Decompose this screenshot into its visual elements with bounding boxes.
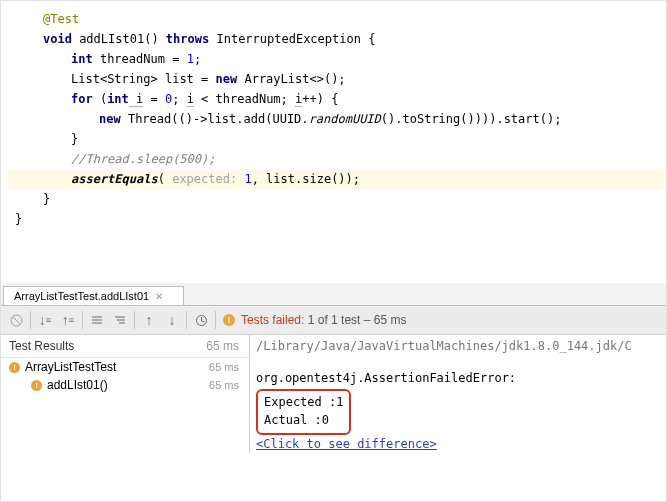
tree-row-method[interactable]: !addLIst01() 65 ms bbox=[1, 376, 249, 394]
code-line: void addLIst01() throws InterruptedExcep… bbox=[7, 29, 660, 49]
test-results-panel: Test Results 65 ms !ArrayListTestTest 65… bbox=[1, 335, 666, 453]
sort-down-icon[interactable]: ↓≡ bbox=[34, 309, 56, 331]
test-status: ! Tests failed: 1 of 1 test – 65 ms bbox=[223, 313, 406, 327]
status-count: 1 of 1 test – 65 ms bbox=[304, 313, 406, 327]
console-error-class: org.opentest4j.AssertionFailedError: bbox=[256, 369, 660, 387]
tree-node-time: 65 ms bbox=[209, 361, 239, 373]
expected-line: Expected :1 bbox=[264, 393, 343, 411]
code-line: int threadNum = 1; bbox=[7, 49, 660, 69]
code-line: } bbox=[7, 209, 660, 229]
next-failed-icon[interactable]: ↓ bbox=[161, 309, 183, 331]
code-line: } bbox=[7, 189, 660, 209]
run-tab[interactable]: ArrayListTestTest.addLIst01 ✕ bbox=[3, 286, 184, 305]
separator bbox=[186, 311, 187, 329]
code-line: for (int i = 0; i < threadNum; i++) { bbox=[7, 89, 660, 109]
tree-node-label: addLIst01() bbox=[47, 378, 108, 392]
collapse-all-icon[interactable] bbox=[109, 309, 131, 331]
highlighted-line: assertEquals( expected: 1, list.size()); bbox=[7, 169, 667, 189]
tree-row-class[interactable]: !ArrayListTestTest 65 ms bbox=[1, 358, 249, 376]
separator bbox=[82, 311, 83, 329]
separator bbox=[215, 311, 216, 329]
close-icon[interactable]: ✕ bbox=[155, 291, 163, 302]
console-path: /Library/Java/JavaVirtualMachines/jdk1.8… bbox=[256, 337, 660, 355]
run-tab-label: ArrayListTestTest.addLIst01 bbox=[14, 290, 149, 302]
code-line: } bbox=[7, 129, 660, 149]
code-editor[interactable]: @Test void addLIst01() throws Interrupte… bbox=[1, 1, 666, 229]
tree-node-label: ArrayListTestTest bbox=[25, 360, 116, 374]
import-icon[interactable] bbox=[190, 309, 212, 331]
separator bbox=[134, 311, 135, 329]
stop-icon[interactable] bbox=[5, 309, 27, 331]
code-line: //Thread.sleep(500); bbox=[7, 149, 660, 169]
tree-header-label: Test Results bbox=[9, 339, 74, 353]
code-line: List<String> list = new ArrayList<>(); bbox=[7, 69, 660, 89]
fail-indicator-icon: ! bbox=[9, 362, 20, 373]
tree-node-time: 65 ms bbox=[209, 379, 239, 391]
actual-line: Actual :0 bbox=[264, 411, 343, 429]
tree-header: Test Results 65 ms bbox=[1, 335, 249, 358]
prev-failed-icon[interactable]: ↑ bbox=[138, 309, 160, 331]
separator bbox=[30, 311, 31, 329]
status-prefix: Tests failed: bbox=[241, 313, 304, 327]
fail-indicator-icon: ! bbox=[31, 380, 42, 391]
code-line: @Test bbox=[7, 9, 660, 29]
svg-line-1 bbox=[13, 317, 20, 324]
test-toolbar: ↓≡ ↑≡ ↑ ↓ ! Tests failed: 1 of 1 test – … bbox=[1, 306, 666, 335]
console-output[interactable]: /Library/Java/JavaVirtualMachines/jdk1.8… bbox=[250, 335, 666, 453]
code-line: new Thread(()->list.add(UUID.randomUUID(… bbox=[7, 109, 660, 129]
diff-highlight-box: Expected :1 Actual :0 bbox=[256, 389, 351, 435]
test-tree[interactable]: Test Results 65 ms !ArrayListTestTest 65… bbox=[1, 335, 250, 453]
fail-indicator-icon: ! bbox=[223, 314, 235, 326]
expand-all-icon[interactable] bbox=[86, 309, 108, 331]
diff-link[interactable]: <Click to see difference> bbox=[256, 437, 437, 451]
sort-up-icon[interactable]: ↑≡ bbox=[57, 309, 79, 331]
annotation: @Test bbox=[43, 12, 79, 26]
run-tab-bar: ArrayListTestTest.addLIst01 ✕ bbox=[1, 283, 666, 306]
tree-header-time: 65 ms bbox=[206, 339, 239, 353]
